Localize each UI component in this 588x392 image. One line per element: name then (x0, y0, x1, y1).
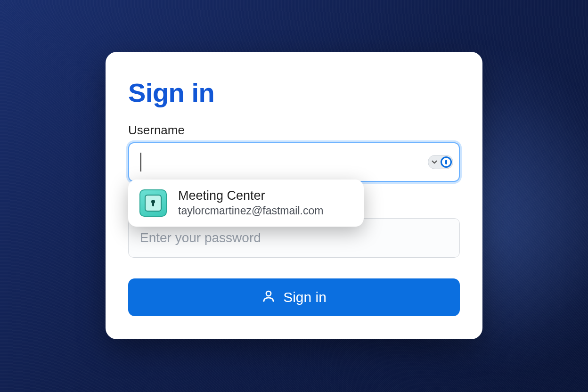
suggestion-text: Meeting Center taylorcmartinez@fastmail.… (178, 188, 323, 218)
username-label: Username (128, 123, 460, 138)
signin-button[interactable]: Sign in (128, 278, 460, 316)
password-manager-pill[interactable] (428, 155, 453, 169)
autofill-suggestion[interactable]: Meeting Center taylorcmartinez@fastmail.… (128, 180, 364, 227)
suggestion-subtitle: taylorcmartinez@fastmail.com (178, 204, 323, 218)
suggestion-avatar (139, 189, 167, 217)
username-input[interactable] (128, 142, 460, 182)
suggestion-title: Meeting Center (178, 188, 323, 204)
signin-button-label: Sign in (283, 289, 327, 305)
username-input-wrap (128, 142, 460, 182)
text-caret (140, 153, 141, 172)
onepassword-icon[interactable] (441, 156, 452, 168)
svg-point-0 (266, 291, 271, 296)
lock-icon (145, 195, 162, 212)
user-icon (261, 289, 276, 306)
page-title: Sign in (128, 77, 460, 108)
chevron-down-icon[interactable] (429, 157, 440, 167)
